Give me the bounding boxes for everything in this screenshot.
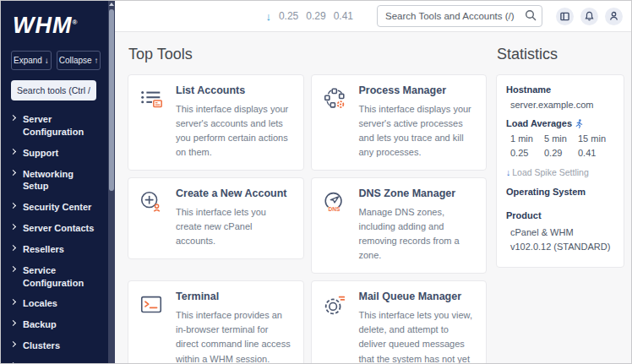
top-bar: ↓ 0.25 0.29 0.41 bbox=[115, 1, 631, 32]
notifications-button[interactable] bbox=[580, 8, 598, 25]
sidebar: WHM® Expand ↓ Collapse ↑ Server Configur… bbox=[1, 1, 115, 363]
load-col-15min: 15 min bbox=[578, 133, 612, 148]
chevron-right-icon bbox=[10, 203, 16, 209]
card-dns-zone-manager[interactable]: DNS DNS Zone Manager Manage DNS zones, i… bbox=[311, 177, 488, 274]
load-trend-down-icon: ↓ bbox=[265, 10, 271, 23]
statistics-title: Statistics bbox=[497, 46, 624, 63]
card-process-manager[interactable]: Process Manager This interface displays … bbox=[311, 74, 488, 171]
top-tools-section: Top Tools List Accounts This interface d… bbox=[128, 41, 487, 363]
global-search-input[interactable] bbox=[377, 5, 542, 27]
product-label: Product bbox=[506, 210, 614, 220]
sidebar-item-clusters[interactable]: Clusters bbox=[11, 335, 96, 356]
sidebar-item-security-center[interactable]: Security Center bbox=[11, 197, 96, 218]
process-manager-icon bbox=[322, 84, 350, 160]
card-title: DNS Zone Manager bbox=[359, 187, 477, 199]
list-accounts-icon bbox=[139, 84, 166, 160]
load-15min: 0.41 bbox=[334, 10, 353, 22]
chevron-right-icon bbox=[10, 266, 16, 272]
load-averages-table: 1 min 5 min 15 min 0.25 0.29 0.41 bbox=[510, 133, 614, 162]
apps-button[interactable] bbox=[556, 8, 574, 25]
chevron-right-icon bbox=[10, 169, 16, 175]
card-mail-queue-manager[interactable]: Mail Queue Manager This interface lets y… bbox=[311, 280, 488, 363]
card-title: Mail Queue Manager bbox=[359, 291, 477, 302]
load-spike-runner-icon bbox=[575, 119, 583, 128]
user-button[interactable] bbox=[605, 8, 623, 25]
header-load-averages: ↓ 0.25 0.29 0.41 bbox=[265, 10, 353, 23]
card-description: This interface provides an in-browser te… bbox=[176, 308, 293, 363]
load-col-5min: 5 min bbox=[544, 133, 578, 148]
search-icon bbox=[525, 9, 537, 21]
statistics-card: Hostname server.example.com Load Average… bbox=[496, 74, 624, 268]
sidebar-item-server-configuration[interactable]: Server Configuration bbox=[11, 109, 96, 143]
sidebar-item-resellers[interactable]: Resellers bbox=[11, 239, 96, 260]
card-title: Terminal bbox=[176, 291, 293, 302]
card-description: Manage DNS zones, including adding and r… bbox=[359, 205, 477, 263]
card-create-new-account[interactable]: Create a New Account This interface lets… bbox=[128, 177, 304, 259]
sidebar-item-support[interactable]: Support bbox=[11, 143, 96, 164]
load-5min: 0.29 bbox=[306, 10, 325, 22]
collapse-button[interactable]: Collapse ↑ bbox=[57, 51, 101, 70]
arrow-down-icon: ↓ bbox=[45, 56, 49, 65]
sidebar-item-server-contacts[interactable]: Server Contacts bbox=[11, 218, 96, 239]
chevron-right-icon bbox=[10, 320, 16, 326]
hostname-value: server.example.com bbox=[510, 100, 614, 110]
load-val-5min: 0.29 bbox=[544, 148, 578, 162]
card-title: Create a New Account bbox=[176, 187, 293, 199]
load-val-15min: 0.41 bbox=[578, 148, 612, 162]
chevron-right-icon bbox=[10, 245, 16, 251]
card-description: This interface displays your server's ac… bbox=[359, 102, 477, 160]
mail-queue-manager-icon bbox=[322, 291, 350, 363]
arrow-down-icon: ↓ bbox=[506, 167, 510, 177]
sidebar-item-locales[interactable]: Locales bbox=[11, 293, 96, 314]
sidebar-search-input[interactable] bbox=[11, 80, 96, 101]
sidebar-scrollbar[interactable] bbox=[108, 1, 115, 363]
bell-icon bbox=[585, 11, 594, 21]
apps-icon bbox=[560, 12, 569, 21]
dns-zone-manager-icon: DNS bbox=[322, 187, 350, 263]
chevron-right-icon bbox=[10, 341, 16, 347]
whm-logo: WHM® bbox=[13, 13, 96, 39]
top-tools-title: Top Tools bbox=[128, 46, 487, 63]
card-title: List Accounts bbox=[176, 84, 293, 96]
scrollbar-thumb[interactable] bbox=[109, 9, 114, 191]
card-description: This interface lets you view, delete, an… bbox=[359, 308, 477, 363]
arrow-up-icon: ↑ bbox=[94, 56, 98, 65]
card-description: This interface displays your server's ac… bbox=[176, 102, 293, 160]
chevron-right-icon bbox=[10, 299, 16, 305]
main-area: ↓ 0.25 0.29 0.41 bbox=[115, 1, 631, 363]
statistics-section: Statistics Hostname server.example.com L… bbox=[496, 41, 624, 268]
hostname-label: Hostname bbox=[506, 84, 614, 95]
card-description: This interface lets you create new cPane… bbox=[176, 205, 293, 248]
load-spike-settling-link[interactable]: ↓ Load Spike Settling bbox=[506, 167, 614, 177]
sidebar-item-networking-setup[interactable]: Networking Setup bbox=[11, 164, 96, 198]
terminal-icon bbox=[139, 291, 166, 363]
card-title: Process Manager bbox=[359, 84, 477, 96]
card-terminal[interactable]: Terminal This interface provides an in-b… bbox=[128, 280, 304, 363]
card-list-accounts[interactable]: List Accounts This interface displays yo… bbox=[128, 74, 304, 171]
chevron-right-icon bbox=[10, 362, 16, 363]
sidebar-item-service-configuration[interactable]: Service Configuration bbox=[11, 260, 96, 294]
load-1min: 0.25 bbox=[279, 10, 298, 22]
user-icon bbox=[609, 11, 618, 21]
chevron-right-icon bbox=[10, 224, 16, 230]
create-account-icon bbox=[139, 187, 166, 248]
load-averages-label: Load Averages bbox=[506, 118, 614, 128]
operating-system-label: Operating System bbox=[506, 187, 614, 197]
sidebar-item-backup[interactable]: Backup bbox=[11, 314, 96, 335]
expand-button[interactable]: Expand ↓ bbox=[11, 51, 52, 70]
load-col-1min: 1 min bbox=[510, 133, 544, 148]
svg-text:DNS: DNS bbox=[328, 206, 340, 212]
chevron-right-icon bbox=[10, 115, 16, 121]
sidebar-menu: Server Configuration Support Networking … bbox=[11, 109, 96, 363]
scrollbar-up-arrow-icon[interactable] bbox=[109, 3, 114, 6]
page-content: Top Tools List Accounts This interface d… bbox=[115, 32, 631, 363]
product-value: cPanel & WHM v102.0.12 (STANDARD) bbox=[510, 225, 614, 253]
chevron-right-icon bbox=[10, 149, 16, 155]
sidebar-item-system-reboot[interactable]: System Reboot bbox=[11, 356, 96, 363]
load-val-1min: 0.25 bbox=[510, 148, 544, 162]
whm-window: WHM® Expand ↓ Collapse ↑ Server Configur… bbox=[0, 0, 632, 364]
